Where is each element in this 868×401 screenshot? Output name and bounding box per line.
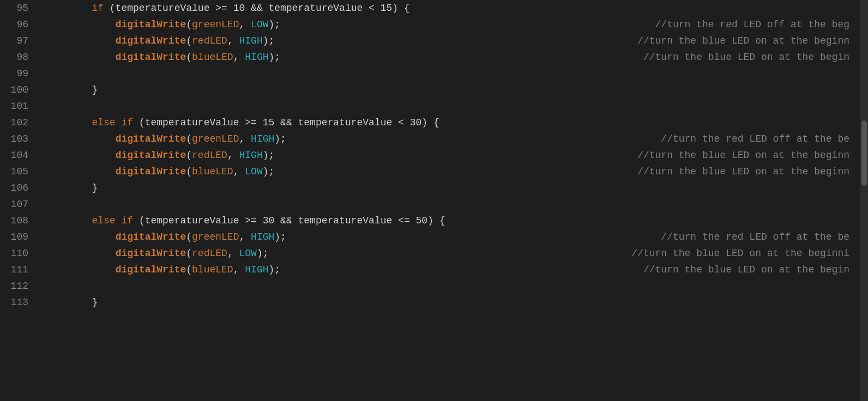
scrollbar-thumb[interactable] [861,120,867,186]
token-function: digitalWrite [116,19,186,30]
code-line [45,98,860,114]
scrollbar[interactable] [860,0,868,401]
token-param: redLED [192,150,227,161]
line-number: 101 [0,98,39,114]
token-keyword: else if [92,117,133,128]
token-plain: , [239,133,251,144]
code-line [45,65,860,82]
token-plain: ); [269,19,281,30]
token-param: blueLED [192,52,233,63]
code-line: digitalWrite(redLED, HIGH);//turn the bl… [45,33,860,49]
code-line: digitalWrite(blueLED, LOW);//turn the bl… [45,163,860,180]
token-plain: } [92,297,98,308]
code-portion: digitalWrite(redLED, HIGH); [45,150,274,161]
line-number: 97 [0,33,39,49]
token-plain: ); [263,166,275,177]
token-function: digitalWrite [116,150,186,161]
token-plain: , [227,150,239,161]
line-number: 110 [0,245,39,262]
code-line: digitalWrite(greenLED, HIGH);//turn the … [45,131,860,147]
code-portion: digitalWrite(redLED, HIGH); [45,35,274,46]
comment: //turn the blue LED on at the begin [643,52,860,63]
token-value-high: LOW [245,166,262,177]
line-number: 100 [0,82,39,98]
line-numbers: 9596979899100101102103104105106107108109… [0,0,39,401]
code-line: } [45,82,860,98]
code-portion: digitalWrite(blueLED, HIGH); [45,52,280,63]
token-plain: , [227,248,239,259]
code-content: if (temperatureValue >= 10 && temperatur… [39,0,860,401]
line-number: 111 [0,262,39,278]
line-number: 113 [0,294,39,311]
token-function: digitalWrite [116,133,186,144]
token-plain: , [233,166,245,177]
code-line [45,196,860,212]
token-function: digitalWrite [116,35,186,46]
token-plain: ( [186,166,192,177]
comment: //turn the red LED off at the be [661,232,860,242]
code-line: digitalWrite(greenLED, LOW);//turn the r… [45,16,860,33]
token-plain: (temperatureValue >= 10 && temperatureVa… [104,3,410,14]
line-number: 105 [0,163,39,180]
code-portion: digitalWrite(greenLED, HIGH); [45,133,286,144]
token-plain: , [227,35,239,46]
code-line: if (temperatureValue >= 10 && temperatur… [45,0,860,16]
token-value-high: LOW [251,19,268,30]
token-param: blueLED [192,166,233,177]
code-editor: 9596979899100101102103104105106107108109… [0,0,868,401]
token-plain: , [233,264,245,275]
token-keyword: else if [92,215,133,226]
token-plain: ); [269,264,281,275]
line-number: 107 [0,196,39,212]
code-line [45,278,860,294]
comment: //turn the red LED off at the beg [655,19,860,30]
token-value-high: LOW [239,248,256,259]
comment: //turn the red LED off at the be [661,133,860,144]
code-line: digitalWrite(greenLED, HIGH);//turn the … [45,229,860,245]
line-number: 103 [0,131,39,147]
code-line: } [45,294,860,311]
token-plain: (temperatureValue >= 30 && temperatureVa… [133,215,445,226]
token-function: digitalWrite [116,52,186,63]
token-plain: ( [186,248,192,259]
line-number: 112 [0,278,39,294]
line-number: 104 [0,147,39,163]
token-function: digitalWrite [116,264,186,275]
code-line: } [45,180,860,196]
token-value-high: HIGH [251,133,274,144]
token-plain: , [239,19,251,30]
code-line: digitalWrite(blueLED, HIGH);//turn the b… [45,49,860,65]
token-value-high: HIGH [239,150,262,161]
token-param: greenLED [192,133,239,144]
code-line: digitalWrite(redLED, LOW);//turn the blu… [45,245,860,262]
token-value-high: HIGH [239,35,262,46]
token-value-high: HIGH [251,232,274,242]
token-param: redLED [192,248,227,259]
line-number: 95 [0,0,39,16]
code-portion: digitalWrite(greenLED, HIGH); [45,232,286,242]
token-plain: ( [186,19,192,30]
code-portion: digitalWrite(blueLED, LOW); [45,166,274,177]
token-plain: ( [186,133,192,144]
token-param: greenLED [192,19,239,30]
token-plain: ); [263,35,275,46]
token-plain: ( [186,35,192,46]
code-line: digitalWrite(blueLED, HIGH);//turn the b… [45,262,860,278]
token-plain: (temperatureValue >= 15 && temperatureVa… [133,117,439,128]
code-portion: digitalWrite(blueLED, HIGH); [45,264,280,275]
token-param: greenLED [192,232,239,242]
token-plain: ( [186,52,192,63]
token-plain: ); [274,232,286,242]
token-plain: , [233,52,245,63]
token-keyword: if [92,3,104,14]
comment: //turn the blue LED on at the beginn [637,150,860,161]
token-plain: ( [186,232,192,242]
token-param: blueLED [192,264,233,275]
token-plain: , [239,232,251,242]
comment: //turn the blue LED on at the beginn [637,35,860,46]
token-plain: ( [186,150,192,161]
line-number: 96 [0,16,39,33]
comment: //turn the blue LED on at the beginni [631,248,860,259]
token-plain: } [92,84,98,95]
token-value-high: HIGH [245,264,268,275]
